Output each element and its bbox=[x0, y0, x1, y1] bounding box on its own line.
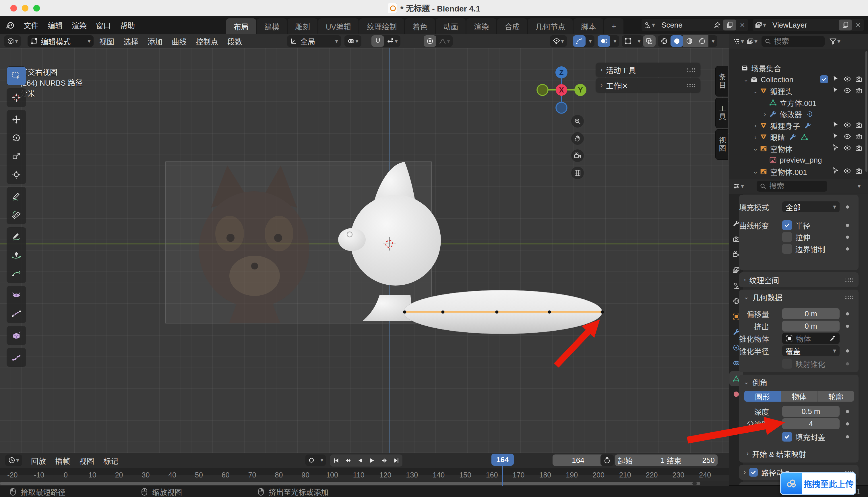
topbar-menu-渲染[interactable]: 渲染 bbox=[67, 20, 91, 30]
tool-tilt[interactable] bbox=[7, 264, 26, 283]
select-icon[interactable] bbox=[832, 121, 839, 128]
close-button[interactable] bbox=[10, 5, 17, 12]
animate-dot[interactable] bbox=[846, 236, 849, 239]
outliner-search[interactable] bbox=[762, 36, 825, 47]
jump-start-button[interactable] bbox=[330, 454, 342, 467]
eye-icon[interactable] bbox=[843, 121, 851, 129]
workspace-tab[interactable]: UV编辑 bbox=[318, 18, 358, 34]
tool-randomize[interactable] bbox=[7, 304, 26, 323]
expander-icon[interactable]: ⌄ bbox=[751, 88, 760, 95]
frame-start-field[interactable]: 起始1 bbox=[615, 454, 668, 466]
eye-icon[interactable] bbox=[843, 144, 851, 152]
play-button[interactable] bbox=[366, 454, 378, 467]
scene-icon[interactable]: ▾ bbox=[642, 21, 657, 29]
outliner-display-mode-button[interactable]: ▾ bbox=[746, 38, 757, 45]
overlays-icon[interactable] bbox=[598, 36, 610, 47]
zoom-icon[interactable] bbox=[571, 115, 584, 128]
eye-icon[interactable] bbox=[843, 87, 851, 94]
timeline-ruler[interactable]: -20-100102030405060708090100110120130140… bbox=[0, 468, 729, 475]
workspace-tab[interactable]: 合成 bbox=[497, 18, 527, 34]
tool-transform[interactable] bbox=[7, 166, 26, 184]
path-animation-checkbox[interactable] bbox=[749, 468, 758, 477]
gizmo-dropdown[interactable]: ▾ bbox=[586, 36, 594, 47]
tool-move[interactable] bbox=[7, 110, 26, 129]
outliner-filter-button[interactable]: ▾ bbox=[829, 38, 840, 45]
tool-draw[interactable] bbox=[7, 228, 26, 246]
shading-dropdown[interactable]: ▾ bbox=[708, 36, 717, 47]
bevel-depth-slider[interactable]: 0.5 m bbox=[782, 406, 840, 417]
expander-icon[interactable]: ⌄ bbox=[742, 76, 750, 83]
outliner-item-label[interactable]: 立方体.001 bbox=[780, 97, 816, 108]
texture-space-panel[interactable]: ›纹理空间 bbox=[739, 272, 858, 287]
navigation-gizmo[interactable]: Z X Y bbox=[537, 66, 586, 113]
outliner-row[interactable]: 立方体.001 bbox=[730, 97, 868, 108]
minimize-button[interactable] bbox=[22, 5, 28, 12]
bevel-resolution-slider[interactable]: 4 bbox=[782, 418, 840, 429]
viewport-menu-选择[interactable]: 选择 bbox=[119, 36, 143, 46]
fill-mode-dropdown[interactable]: 全部▾ bbox=[782, 201, 840, 212]
camera-icon[interactable] bbox=[855, 133, 863, 140]
fill-caps-checkbox[interactable] bbox=[782, 432, 792, 442]
new-viewlayer-button[interactable] bbox=[839, 19, 852, 30]
overlays-dropdown[interactable]: ▾ bbox=[610, 36, 619, 47]
topbar-menu-文件[interactable]: 文件 bbox=[19, 20, 43, 30]
animate-dot[interactable] bbox=[846, 312, 849, 315]
camera-icon[interactable] bbox=[855, 87, 863, 94]
mesh-edit-overlay-icon[interactable] bbox=[622, 36, 634, 47]
drag-dots-icon[interactable] bbox=[687, 68, 696, 72]
workspace-panel[interactable]: ›工作区 bbox=[596, 78, 701, 93]
prev-key-button[interactable] bbox=[342, 454, 354, 467]
scene-selector[interactable]: ▾ Scene × bbox=[642, 19, 748, 31]
bevel-tab-圆形[interactable]: 圆形 bbox=[744, 391, 781, 402]
unlink-scene-icon[interactable]: × bbox=[736, 20, 748, 30]
drag-dots-icon[interactable] bbox=[687, 83, 696, 88]
timeline-menu-插帧[interactable]: 插帧 bbox=[50, 455, 75, 466]
workspace-tab[interactable]: 渲染 bbox=[467, 18, 496, 34]
animate-dot[interactable] bbox=[846, 325, 849, 328]
proportional-falloff-dropdown[interactable]: ▾ bbox=[436, 36, 453, 47]
drag-dots-icon[interactable] bbox=[845, 278, 854, 282]
control-point[interactable] bbox=[496, 311, 499, 314]
eye-icon[interactable] bbox=[843, 75, 851, 83]
properties-editor-type-button[interactable]: ▾ bbox=[733, 182, 744, 190]
properties-options-button[interactable]: ▾ bbox=[852, 181, 865, 191]
gizmo-axis-z-neg[interactable] bbox=[556, 102, 567, 113]
viewlayer-name[interactable]: ViewLayer bbox=[768, 21, 811, 30]
select-icon[interactable] bbox=[832, 75, 839, 82]
checkbox-拉伸[interactable] bbox=[782, 232, 792, 242]
wireframe-shading-icon[interactable] bbox=[658, 36, 671, 47]
modifier-icon[interactable] bbox=[789, 133, 796, 141]
material-preview-icon[interactable] bbox=[683, 36, 696, 47]
outliner-row[interactable]: preview_png bbox=[730, 154, 868, 166]
map-taper-checkbox[interactable] bbox=[782, 359, 792, 369]
topbar-menu-窗口[interactable]: 窗口 bbox=[91, 20, 115, 30]
taper-object-field[interactable]: 物体 bbox=[782, 333, 840, 344]
animate-dot[interactable] bbox=[846, 247, 849, 251]
scene-name[interactable]: Scene bbox=[657, 21, 687, 30]
select-icon[interactable] bbox=[832, 133, 839, 140]
taper-radius-dropdown[interactable]: 覆盖▾ bbox=[782, 345, 840, 356]
select-outline-icon[interactable] bbox=[832, 144, 839, 151]
outliner-item-label[interactable]: 修改器 bbox=[780, 109, 802, 119]
bevel-tab-轮廓[interactable]: 轮廓 bbox=[818, 391, 854, 402]
workspace-tab[interactable]: 几何节点 bbox=[528, 18, 573, 34]
grid-view-icon[interactable] bbox=[571, 167, 584, 179]
mirror-icon[interactable] bbox=[806, 110, 813, 118]
use-preview-range-toggle[interactable] bbox=[601, 454, 614, 466]
timeline-editor-type-button[interactable]: ▾ bbox=[5, 454, 22, 466]
sidebar-tab-item[interactable]: 条目 bbox=[715, 66, 728, 97]
checkbox-icon[interactable] bbox=[820, 75, 828, 83]
outliner-item-label[interactable]: 狐狸身子 bbox=[770, 120, 800, 131]
properties-search-input[interactable] bbox=[769, 182, 813, 191]
outliner-row[interactable]: 场景集合 bbox=[730, 62, 868, 74]
outliner-item-label[interactable]: Collection bbox=[761, 75, 793, 84]
workspace-tab[interactable]: 动画 bbox=[436, 18, 466, 34]
timeline-scrollbar[interactable] bbox=[0, 481, 729, 486]
tool-select-box[interactable] bbox=[7, 67, 26, 85]
camera-icon[interactable] bbox=[855, 167, 863, 175]
bevel-tab-物体[interactable]: 物体 bbox=[781, 391, 818, 402]
timeline-menu-视图[interactable]: 视图 bbox=[75, 455, 99, 466]
mesh-edit-overlay-dropdown[interactable]: ▾ bbox=[634, 36, 643, 47]
active-tool-panel[interactable]: ›活动工具 bbox=[596, 62, 701, 77]
offset-slider[interactable]: 0 m bbox=[782, 308, 840, 319]
